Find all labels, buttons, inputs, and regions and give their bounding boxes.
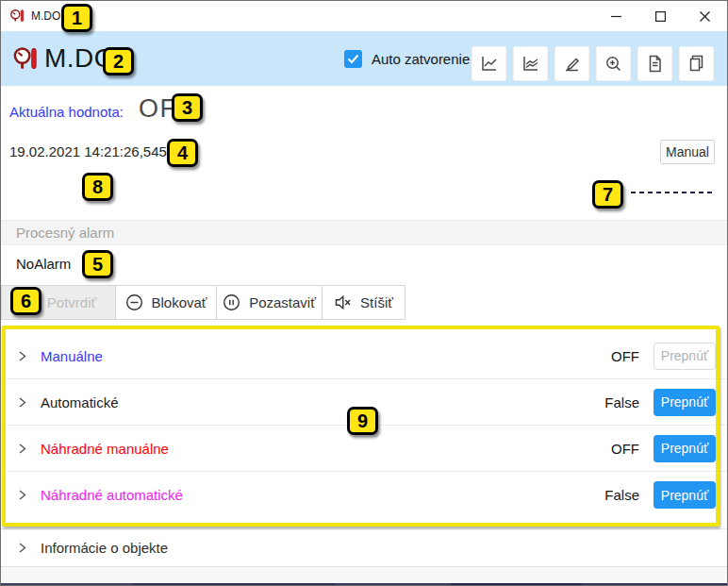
annotation-7: 7 (592, 180, 623, 209)
toggle-button-substitute-automatic[interactable]: Prepnúť (654, 481, 716, 509)
pause-button[interactable]: Pozastaviť (217, 285, 323, 320)
mode-row-substitute-manual[interactable]: Náhradné manuálne OFF Prepnúť (1, 426, 727, 472)
mode-row-automatic[interactable]: Automatické False Prepnúť (1, 379, 727, 426)
alarm-state: NoAlarm (16, 256, 71, 272)
mode-list: Manuálne OFF Prepnúť Automatické False P… (1, 333, 727, 518)
annotation-4: 4 (167, 139, 198, 167)
copy-button[interactable] (679, 46, 714, 81)
object-info-label: Informácie o objekte (41, 540, 168, 556)
auto-close-toggle[interactable]: Auto zatvorenie (344, 31, 470, 86)
current-value-row: Aktuálna hodnota: OFF (9, 94, 193, 124)
close-button[interactable] (683, 1, 727, 31)
auto-close-label: Auto zatvorenie (372, 51, 470, 67)
zoom-in-button[interactable] (596, 46, 631, 81)
acknowledge-button[interactable]: Potvrdiť (1, 285, 116, 320)
toggle-button-automatic[interactable]: Prepnúť (654, 389, 716, 416)
checkbox-checked-icon[interactable] (344, 50, 362, 68)
mute-button[interactable]: Stíšiť (323, 285, 405, 320)
block-label: Blokovať (152, 294, 207, 310)
page-title: M.DO (44, 43, 115, 74)
check-circle-icon (21, 293, 39, 311)
mode-label: Náhradné manuálne (41, 441, 169, 457)
window-title: M.DO (31, 9, 60, 23)
maximize-button[interactable] (638, 1, 683, 31)
mode-value: OFF (611, 441, 639, 457)
footer-bar (1, 567, 727, 583)
multi-trend-chart-button[interactable] (513, 46, 548, 81)
current-value-label: Aktuálna hodnota: (9, 104, 124, 120)
mode-value: OFF (611, 348, 639, 364)
chevron-right-icon[interactable] (16, 443, 28, 455)
manual-mode-button[interactable]: Manual (660, 140, 715, 164)
minimize-button[interactable] (594, 1, 638, 31)
app-gauge-icon (9, 8, 25, 25)
chevron-right-icon[interactable] (16, 489, 28, 501)
trend-chart-icon (479, 54, 499, 74)
gauge-thermometer-icon (12, 44, 40, 74)
mode-row-manual[interactable]: Manuálne OFF Prepnúť (1, 333, 727, 379)
edit-button[interactable] (554, 46, 589, 81)
mode-row-substitute-automatic[interactable]: Náhradné automatické False Prepnúť (1, 472, 727, 518)
pause-label: Pozastaviť (249, 294, 316, 310)
edit-icon (562, 54, 582, 74)
block-button[interactable]: Blokovať (116, 285, 217, 320)
header-toolbar (472, 46, 714, 81)
mode-value: False (604, 394, 639, 410)
trend-dash-line (631, 192, 716, 193)
timestamp: 19.02.2021 14:21:26,545 (9, 143, 167, 159)
toggle-button-substitute-manual[interactable]: Prepnúť (654, 435, 716, 462)
document-button[interactable] (637, 46, 672, 81)
chevron-right-icon[interactable] (16, 396, 28, 409)
mode-value: False (604, 487, 639, 503)
annotation-5: 5 (82, 250, 113, 278)
copy-icon (687, 54, 706, 74)
current-value: OFF (139, 94, 194, 124)
pause-circle-icon (223, 293, 240, 311)
app-window: M.DO M.DO (0, 0, 728, 586)
chevron-right-icon[interactable] (16, 542, 28, 554)
chevron-right-icon[interactable] (16, 350, 28, 362)
header-brand: M.DO (12, 31, 115, 86)
titlebar: M.DO (1, 1, 727, 31)
document-icon (645, 54, 665, 74)
acknowledge-label: Potvrdiť (47, 294, 96, 310)
toggle-button-manual[interactable]: Prepnúť (654, 343, 716, 370)
object-info-expander[interactable]: Informácie o objekte (1, 528, 727, 567)
mode-label: Náhradné automatické (41, 487, 183, 503)
mute-icon (334, 293, 352, 311)
header-bar: M.DO Auto zatvorenie (1, 31, 727, 86)
alarm-section-header: Procesný alarm (1, 220, 727, 245)
alarm-actions: Potvrdiť Blokovať Pozastaviť (1, 285, 405, 320)
window-controls (594, 1, 727, 31)
trend-chart-button[interactable] (472, 46, 506, 81)
mode-label: Manuálne (41, 348, 103, 364)
multi-trend-chart-icon (521, 54, 540, 74)
mute-label: Stíšiť (360, 294, 393, 310)
minus-circle-icon (125, 293, 143, 311)
mode-label: Automatické (41, 394, 119, 410)
zoom-in-icon (604, 54, 623, 74)
annotation-8: 8 (82, 173, 113, 201)
